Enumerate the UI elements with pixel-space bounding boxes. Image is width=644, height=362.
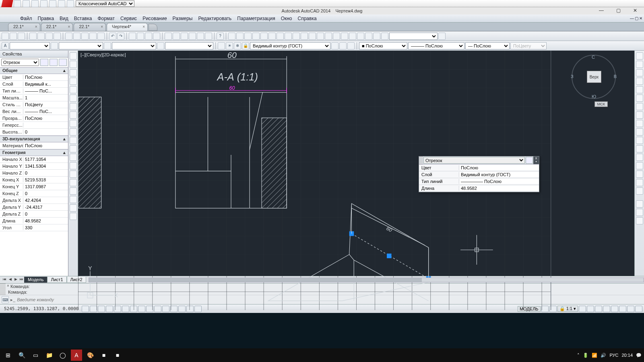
menu-help[interactable]: Справка [298, 16, 317, 21]
pan-icon[interactable] [129, 33, 136, 40]
tray-lang[interactable]: РУС [609, 353, 618, 358]
property-row[interactable]: Начало X5177.1054 [0, 156, 68, 163]
preview-icon[interactable] [37, 33, 45, 40]
section-geometry[interactable]: Геометрия▴ [0, 149, 68, 156]
next-tab-icon[interactable]: ▶ [13, 277, 19, 283]
layer-lock-icon[interactable]: 🔒 [242, 42, 249, 49]
move-icon[interactable] [636, 95, 643, 102]
erase-icon[interactable] [636, 52, 643, 60]
copyobj-icon[interactable] [636, 61, 643, 68]
dim-radius-icon[interactable] [260, 33, 268, 40]
dim-break-icon[interactable] [325, 33, 332, 40]
fillet-icon[interactable] [636, 171, 643, 178]
cmd-grip[interactable] [0, 284, 6, 295]
property-row[interactable]: Дельта Y-24.4317 [0, 204, 68, 211]
tray-vol-icon[interactable]: 🔊 [601, 353, 606, 358]
save-icon[interactable] [18, 33, 25, 40]
point-icon[interactable] [70, 162, 77, 169]
spline-icon[interactable] [70, 120, 77, 127]
cmd-close-icon[interactable]: × [6, 284, 10, 288]
property-row[interactable]: Дельта X42.4264 [0, 197, 68, 204]
ssm-icon[interactable] [173, 33, 180, 40]
qat-print-icon[interactable] [49, 0, 56, 7]
menu-draw[interactable]: Рисование [142, 16, 167, 21]
close-icon[interactable]: × [35, 25, 37, 29]
arc-icon[interactable] [70, 95, 77, 102]
paste-icon[interactable] [81, 33, 89, 40]
table-icon[interactable] [70, 196, 77, 203]
join-icon[interactable] [636, 154, 643, 161]
copy-icon[interactable] [73, 33, 80, 40]
dimstyle-mgr-icon[interactable] [438, 33, 446, 40]
qcalc-icon[interactable] [205, 33, 212, 40]
3ddwf-icon[interactable] [54, 33, 61, 40]
xline-icon[interactable] [70, 61, 77, 68]
layer-freeze-icon[interactable]: ❄ [234, 42, 241, 49]
help-icon[interactable]: ? [217, 33, 224, 40]
minimize-button[interactable]: — [593, 8, 609, 14]
circle-icon[interactable] [70, 103, 77, 110]
tolerance-icon[interactable] [333, 33, 340, 40]
workspace-select[interactable]: Классический AutoCAD [76, 0, 134, 7]
file-tab-active[interactable]: Чертеж4*× [107, 23, 148, 31]
dim-update-icon[interactable] [381, 33, 388, 40]
gradient-icon[interactable] [70, 179, 77, 186]
qp-row[interactable]: СлойВидимый контур (ГОСТ) [419, 171, 539, 178]
open-icon[interactable] [10, 33, 17, 40]
polygon-icon[interactable] [70, 78, 77, 85]
mtext-icon[interactable] [70, 204, 77, 212]
qat-undo-icon[interactable] [58, 0, 65, 7]
qselect-icon[interactable] [59, 59, 67, 66]
tp-icon[interactable] [181, 33, 188, 40]
tablestyle-select[interactable] [112, 42, 156, 49]
layer-on-icon[interactable]: ☀ [226, 42, 233, 49]
dim-ang-icon[interactable] [285, 33, 292, 40]
layer-states-icon[interactable] [331, 42, 339, 49]
explorer-icon[interactable]: 📁 [43, 350, 55, 361]
zoomprev-icon[interactable] [153, 33, 160, 40]
taskview-icon[interactable]: ▭ [30, 350, 41, 361]
qp-row[interactable]: Длина48.9582 [419, 185, 539, 192]
property-row[interactable]: Тип линий——— ПоС... [0, 88, 68, 95]
search-icon[interactable]: 🔍 [16, 350, 27, 361]
qp-row[interactable]: Тип линий————— ПоСлою [419, 178, 539, 185]
lineweight-select[interactable]: — ПоСлою [465, 42, 510, 49]
layer-mgr-icon[interactable] [218, 42, 225, 49]
menu-tools[interactable]: Сервис [120, 16, 137, 21]
app-task-icon-2[interactable]: ■ [112, 350, 123, 361]
property-row[interactable]: Начало Z0 [0, 170, 68, 177]
dim-qdim-icon[interactable] [293, 33, 300, 40]
file-tab[interactable]: 22.1*× [41, 23, 73, 31]
wcs-badge[interactable]: МСК [594, 101, 608, 107]
layer-select[interactable]: Видимый контур (ГОСТ) [250, 42, 330, 49]
cmd-recent-icon[interactable]: ⌨ [2, 296, 9, 303]
selectobj-icon[interactable] [50, 59, 58, 66]
break-icon[interactable] [636, 145, 643, 152]
dim-space-icon[interactable] [317, 33, 324, 40]
dim-edit-icon[interactable] [365, 33, 372, 40]
chamfer-icon[interactable] [636, 162, 643, 169]
viewcube-top-face[interactable]: Верх [587, 71, 601, 83]
addsel-icon[interactable] [70, 213, 77, 220]
mlinestyle-icon[interactable] [157, 42, 164, 49]
block-icon[interactable] [70, 145, 77, 152]
rectangle-icon[interactable] [70, 86, 77, 93]
qp-type-select[interactable]: Отрезок [423, 157, 525, 164]
stretch-icon[interactable] [636, 120, 643, 127]
last-tab-icon[interactable]: ⏭ [19, 277, 24, 283]
menu-view[interactable]: Вид [60, 16, 68, 21]
textstyle-select[interactable] [10, 42, 50, 49]
dim-cont-icon[interactable] [309, 33, 316, 40]
menu-file[interactable]: Файл [20, 16, 32, 21]
cut-icon[interactable] [65, 33, 72, 40]
dim-aligned-icon[interactable] [236, 33, 244, 40]
dimstyle-select[interactable] [389, 33, 438, 40]
color-select[interactable]: ■ ПоСлою [359, 42, 407, 49]
rotate-icon[interactable] [636, 103, 643, 110]
ellarc-icon[interactable] [70, 137, 77, 144]
dc-icon[interactable] [189, 33, 196, 40]
scale-icon[interactable] [636, 111, 643, 119]
menu-parametric[interactable]: Параметризация [237, 16, 275, 21]
file-tab[interactable]: 22.1*× [74, 23, 106, 31]
array-icon[interactable] [636, 86, 643, 93]
